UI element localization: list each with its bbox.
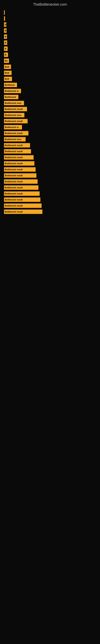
bar-fill: Bottleneck result [4,204,42,208]
bar-fill: Bo [4,58,9,63]
bar-fill: Bottleneck result [4,119,28,123]
bar-fill: Bottleneck result [4,155,34,160]
bar-item: B [4,52,100,57]
bar-fill: B [4,28,7,33]
bar-item: Bottleneck result [4,107,100,111]
bar-fill: Bottleneck result [4,179,38,184]
bar-fill [4,16,5,21]
bar-fill: B [4,40,7,45]
bar-fill: Bottleneck resu [4,137,26,142]
bar-item: B [4,34,100,39]
bar-item: Bottleneck result [4,167,100,172]
bar-fill: Bottleneck result [4,173,36,178]
bar-fill: B [4,22,6,27]
bar-item: Bottleneck re [4,89,100,93]
bar-item: Bottlenec [4,83,100,87]
bar-fill: Bottleneck result [4,131,28,136]
bar-item: Bottleneck result [4,198,100,202]
bar-fill: Bottleneck result [4,192,40,196]
bar-fill: B [4,46,8,51]
bar-item: Bottleneck resu [4,101,100,105]
bar-item: Bottleneck result [4,185,100,190]
bars-container: BBBBBBBoBottBottBottBottlenecBottleneck … [0,8,100,216]
site-title: TheBottlenecker.com [0,0,100,8]
bar-item: Bottleneck result [4,179,100,184]
bar-fill: Bottleneck result [4,107,27,111]
bar-item: Bottleneck result [4,155,100,160]
bar-item: Bottleneck [4,95,100,99]
bar-fill: Bottlenec [4,83,17,87]
bar-fill: Bottleneck result [4,167,36,172]
bar-fill [4,10,5,15]
bar-fill: Bottleneck result [4,149,31,154]
bar-item: Bottleneck result [4,161,100,166]
bar-item: Bottleneck resu [4,113,100,117]
bar-fill: B [4,34,7,39]
bar-item: Bottleneck result [4,192,100,196]
bar-fill: B [4,52,8,57]
bar-item [4,10,100,15]
bar-fill: Bottleneck resu [4,113,24,117]
bar-fill: Bottleneck result [4,161,34,166]
bar-item: B [4,46,100,51]
bar-item: B [4,28,100,33]
bar-item: Bottleneck resu [4,137,100,142]
bar-item: Bottleneck result [4,210,100,214]
page-container: TheBottlenecker.com BBBBBBBoBottBottBott… [0,0,100,644]
bar-fill: Bottleneck result [4,185,38,190]
bar-fill: Bottleneck [4,95,18,99]
bar-item: Bo [4,58,100,63]
bar-item: Bott [4,64,100,69]
bar-item: Bott [4,71,100,75]
bar-fill: Bottleneck result [4,198,40,202]
bar-fill: Bottleneck result [4,143,30,148]
bar-item: Bottleneck result [4,149,100,154]
bar-item: Bottleneck result [4,173,100,178]
bar-item: B [4,40,100,45]
bar-fill: Bottleneck re [4,125,22,130]
bar-item [4,16,100,21]
bar-item: Bottleneck re [4,125,100,130]
bar-fill: Bottleneck re [4,89,21,93]
bar-fill: Bottleneck result [4,210,42,214]
bar-fill: Bott [4,64,11,69]
bar-item: Bottleneck result [4,143,100,148]
bar-item: Bottleneck result [4,119,100,123]
bar-fill: Bott [4,71,12,75]
bar-fill: Bott [4,77,12,81]
bar-item: Bottleneck result [4,204,100,208]
bar-item: Bott [4,77,100,81]
bar-item: Bottleneck result [4,131,100,136]
bar-item: B [4,22,100,27]
bar-fill: Bottleneck resu [4,101,24,105]
